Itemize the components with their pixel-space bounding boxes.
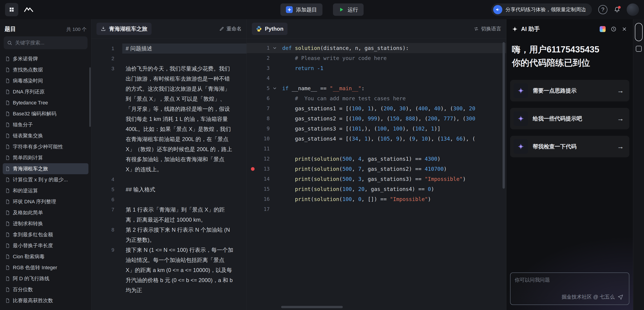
sidebar-item[interactable]: 链表聚集交换 — [3, 130, 88, 141]
sidebar-item[interactable]: 字符串有多少种可能性 — [3, 141, 88, 152]
sidebar-item[interactable]: 最小替换子串长度 — [3, 240, 88, 251]
ai-suggestion-card[interactable]: 给我一些代码提示吧 → — [510, 108, 629, 129]
doc-icon — [5, 122, 10, 127]
problem-list: 多米诺骨牌 查找热点数据 病毒感染时间 DNA 序列还原 Bytedance T… — [0, 53, 91, 306]
sidebar-item[interactable]: 环状 DNA 序列整理 — [3, 196, 88, 207]
sidebar-item-label: Base32 编码和解码 — [13, 110, 56, 117]
code-gutter[interactable]: 15 — [247, 184, 282, 194]
doc-icon — [5, 232, 10, 237]
sidebar-item[interactable]: 多米诺骨牌 — [3, 53, 88, 64]
collapsed-panel-handle[interactable] — [635, 23, 643, 41]
code-gutter[interactable]: 6 — [247, 93, 282, 103]
sidebar-item[interactable]: 青海湖租车之旅 — [3, 163, 88, 174]
palette-icon[interactable] — [600, 26, 606, 32]
close-icon[interactable] — [622, 26, 627, 32]
code-gutter[interactable]: 3 — [247, 63, 282, 73]
code-gutter[interactable]: 13 — [247, 164, 282, 174]
ai-suggestion-card[interactable]: 需要一点思路提示 → — [510, 80, 629, 101]
line-number: 4 — [247, 73, 270, 83]
code-gutter[interactable]: 12 — [247, 154, 282, 164]
problem-editor[interactable]: 1 # 问题描述 2 3 油价飞升的今天，我们尽量减少花费。我们出门旅游，有时候… — [92, 39, 246, 310]
breakpoint-icon[interactable] — [251, 167, 254, 171]
sidebar-item[interactable]: 及格如此简单 — [3, 207, 88, 218]
search-input[interactable] — [15, 40, 84, 46]
code-gutter[interactable]: 11 — [247, 144, 282, 154]
line-number: 2 — [92, 54, 114, 64]
code-gutter[interactable]: 9 — [247, 124, 282, 134]
download-icon — [100, 26, 106, 32]
sidebar-item[interactable]: DNA 序列还原 — [3, 86, 88, 97]
code-gutter[interactable]: 7 — [247, 103, 282, 114]
search-box[interactable] — [4, 36, 88, 49]
doc-icon — [5, 111, 10, 116]
promo-banner[interactable]: 分享代码练习体验，领限量定制周边 — [491, 4, 592, 16]
code-horizontal-scrollbar[interactable] — [281, 306, 343, 308]
line-number: 2 — [247, 53, 270, 63]
sidebar-item[interactable]: Cion 勒索病毒 — [3, 251, 88, 262]
code-line: 17 — [247, 204, 506, 214]
sidebar-item[interactable]: 简单四则计算 — [3, 152, 88, 163]
app-logo — [5, 3, 18, 16]
help-icon[interactable]: ? — [598, 5, 608, 14]
ai-suggestion-label: 帮我检查一下代码 — [533, 143, 612, 150]
switch-language-button[interactable]: 切换语言 — [474, 25, 501, 32]
sidebar-item[interactable]: 猫鱼分子 — [3, 119, 88, 130]
code-gutter[interactable]: 1 — [247, 43, 282, 53]
collapsed-widget-icon[interactable] — [636, 46, 642, 52]
sidebar-item[interactable]: 百分位数 — [3, 284, 88, 295]
code-vertical-scrollbar[interactable] — [502, 42, 505, 189]
sidebar-item[interactable]: 拿到最多红包金额 — [3, 229, 88, 240]
sidebar-item[interactable]: Bytedance Tree — [3, 97, 88, 108]
problem-line: 4 — [92, 175, 246, 185]
sidebar-item-label: 链表聚集交换 — [13, 132, 43, 139]
sidebar-item[interactable]: 和的逆运算 — [3, 185, 88, 196]
sidebar-item[interactable]: 比赛最高获胜次数 — [3, 295, 88, 306]
sidebar-item-label: 环状 DNA 序列整理 — [13, 198, 56, 205]
code-gutter[interactable]: 5 — [247, 83, 282, 93]
run-button[interactable]: 运行 — [333, 4, 364, 16]
arrow-right-icon: → — [617, 87, 624, 95]
fold-chevron-icon[interactable] — [270, 46, 280, 50]
ai-suggestion-card[interactable]: 帮我检查一下代码 → — [510, 136, 629, 157]
sidebar-item-label: RGB 色值转 Integer — [13, 264, 57, 271]
arrow-right-icon: → — [617, 115, 624, 122]
sidebar-item-label: 病毒感染时间 — [13, 77, 43, 84]
doc-icon — [5, 199, 10, 204]
code-gutter[interactable]: 10 — [247, 134, 282, 144]
problem-sidebar: 题目 共 100 个 多米诺骨牌 查找热点数据 病毒感染时间 DNA 序列还原 … — [0, 19, 92, 310]
problem-line: 8 第 2 行表示接下来 N 行表示 N 个加油站 (N 为正整数)。 — [92, 225, 246, 245]
notification-bell-icon[interactable] — [614, 7, 620, 13]
code-editor[interactable]: 1 def solution(distance, n, gas_stations… — [247, 39, 506, 310]
code-line: 9 gas_stations3 = [(101,), (100, 100), (… — [247, 124, 506, 134]
arrow-right-icon: → — [617, 143, 624, 150]
line-number: 6 — [247, 93, 270, 103]
history-icon[interactable] — [611, 26, 616, 32]
sidebar-item[interactable]: 查找热点数据 — [3, 64, 88, 75]
sidebar-item-label: 计算位置 x 到 y 的最少... — [13, 176, 68, 183]
line-number: 1 — [247, 43, 270, 53]
code-gutter[interactable]: 16 — [247, 194, 282, 204]
sidebar-item[interactable]: 计算位置 x 到 y 的最少... — [3, 174, 88, 185]
code-gutter[interactable]: 17 — [247, 204, 282, 214]
sidebar-item[interactable]: 进制求和转换 — [3, 218, 88, 229]
sidebar-item[interactable]: RGB 色值转 Integer — [3, 262, 88, 273]
language-tab[interactable]: Python — [252, 23, 288, 35]
rename-button[interactable]: 重命名 — [219, 25, 242, 32]
code-gutter[interactable]: 14 — [247, 174, 282, 184]
doc-icon — [5, 298, 10, 303]
sidebar-scrollbar[interactable] — [89, 67, 91, 127]
sidebar-item[interactable]: 阿 D 的飞行路线 — [3, 273, 88, 284]
code-gutter[interactable]: 2 — [247, 53, 282, 63]
add-problem-button[interactable]: + 添加题目 — [280, 4, 322, 16]
rename-label: 重命名 — [226, 25, 242, 32]
grid-logo-icon — [9, 7, 15, 13]
user-avatar[interactable] — [627, 4, 639, 16]
code-gutter[interactable]: 8 — [247, 114, 282, 124]
sidebar-title: 题目 — [4, 25, 16, 33]
sidebar-item[interactable]: Base32 编码和解码 — [3, 108, 88, 119]
sidebar-item[interactable]: 病毒感染时间 — [3, 75, 88, 86]
fold-chevron-icon[interactable] — [270, 86, 280, 91]
doc-icon — [5, 243, 10, 248]
promo-banner-text: 分享代码练习体验，领限量定制周边 — [506, 6, 586, 13]
code-gutter[interactable]: 4 — [247, 73, 282, 83]
